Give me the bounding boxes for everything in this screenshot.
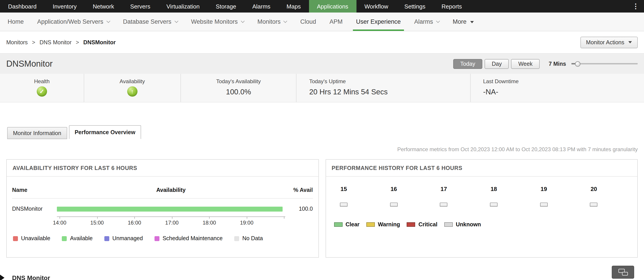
kebab-menu-icon[interactable]: ⋮ [630,0,641,12]
content-tabs: Monitor Information Performance Overview [0,125,644,139]
subnav-alarms[interactable]: Alarms [408,12,446,31]
subnav-home[interactable]: Home [1,12,30,31]
chat-icon [618,269,628,276]
breadcrumb-separator: > [32,39,36,45]
legend-swatch [407,222,416,227]
caret-down-icon [470,21,474,23]
feedback-button[interactable] [612,266,634,279]
topnav-alarms[interactable]: Alarms [244,0,278,12]
breadcrumb: Monitors > DNS Monitor > DNSMonitor [6,39,116,45]
legend-unknown: Unknown [444,221,481,228]
chevron-down-icon [241,19,244,23]
availability-table-header: Name Availability % Avail [12,177,313,199]
topnav-inventory[interactable]: Inventory [44,0,85,12]
subnav-more[interactable]: More [446,12,480,31]
page-title: DNSMonitor [6,59,52,69]
legend-swatch [444,222,452,227]
availability-panel-title: AVAILABILITY HISTORY FOR LAST 6 HOURS [7,160,318,177]
topnav-maps[interactable]: Maps [278,0,309,12]
right-triangle-icon[interactable] [0,275,4,280]
stat-todays-availability: Today's Availability 100.0% [180,74,296,102]
performance-hour-box[interactable] [540,203,548,207]
legend-warning: Warning [366,221,400,228]
bottom-section-title[interactable]: DNS Monitor [12,274,50,280]
subnav-website-monitors[interactable]: Website Monitors [184,12,250,31]
slider-handle[interactable] [575,61,580,66]
topnav-virtualization[interactable]: Virtualization [158,0,208,12]
caret-down-icon [628,41,632,43]
topnav-servers[interactable]: Servers [122,0,158,12]
availability-legend: Unavailable Available Unmanaged Schedule… [12,229,313,242]
monitor-actions-button[interactable]: Monitor Actions [580,36,638,48]
chevron-down-icon [106,19,110,23]
app-root: Dashboard Inventory Network Servers Virt… [0,0,644,280]
availability-table-row: DNSMonitor 100.0 [12,199,313,217]
sub-nav: Home Application/Web Servers Database Se… [0,12,644,31]
performance-hour-box[interactable] [440,203,448,207]
availability-axis: 14:00 15:00 16:00 17:00 18:00 19:00 [12,217,313,229]
monitor-name[interactable]: DNSMonitor [12,206,57,212]
breadcrumb-current: DNSMonitor [83,39,116,45]
performance-hour-box[interactable] [590,203,598,207]
topnav-network[interactable]: Network [85,0,122,12]
legend-clear: Clear [334,221,360,228]
granularity-slider[interactable] [572,61,638,67]
legend-swatch [13,236,18,241]
top-nav: Dashboard Inventory Network Servers Virt… [0,0,644,12]
legend-unmanaged: Unmanaged [104,235,143,242]
availability-history-panel: AVAILABILITY HISTORY FOR LAST 6 HOURS Na… [6,159,319,258]
performance-hour-box[interactable] [490,203,498,207]
breadcrumb-separator: > [76,39,79,45]
green-check-orb-icon: ✓ [37,86,47,97]
overview-panels: AVAILABILITY HISTORY FOR LAST 6 HOURS Na… [0,159,644,258]
topnav-applications[interactable]: Applications [309,0,356,12]
stat-todays-uptime: Today's Uptime 20 Hrs 12 Mins 54 Secs [296,74,470,102]
topnav-dashboard[interactable]: Dashboard [0,0,44,12]
subnav-apm[interactable]: APM [323,12,350,31]
breadcrumb-dns-monitor[interactable]: DNS Monitor [40,39,72,45]
tab-performance-overview[interactable]: Performance Overview [69,125,141,139]
title-bar: DNSMonitor Today Day Week 7 Mins [0,53,644,74]
topnav-workflow[interactable]: Workflow [356,0,396,12]
hour-col-16: 16 [384,186,404,207]
legend-no-data: No Data [234,235,263,242]
metrics-note: Performance metrics from Oct 20,2023 12:… [0,146,644,153]
legend-swatch [154,236,160,241]
performance-hour-box[interactable] [340,203,348,207]
legend-available: Available [62,235,93,242]
topnav-settings[interactable]: Settings [396,0,434,12]
monitor-stats-row: Health ✓ Availability ↑ Today's Availabi… [0,74,644,102]
legend-swatch [366,222,375,227]
performance-history-panel: PERFORMANCE HISTORY FOR LAST 6 HOURS 15 … [325,159,638,258]
subnav-monitors[interactable]: Monitors [250,12,294,31]
subnav-application-web-servers[interactable]: Application/Web Servers [30,12,116,31]
breadcrumb-monitors[interactable]: Monitors [6,39,28,45]
tab-monitor-information[interactable]: Monitor Information [7,127,67,139]
chevron-down-icon [284,19,287,23]
legend-swatch [234,236,239,241]
legend-swatch [104,236,109,241]
breadcrumb-row: Monitors > DNS Monitor > DNSMonitor Moni… [0,31,644,53]
granularity-label: 7 Mins [548,61,566,67]
stat-health: Health ✓ [0,74,84,102]
availability-bar[interactable] [57,206,283,211]
chevron-down-icon [174,19,178,23]
hour-col-20: 20 [584,186,604,207]
performance-hour-box[interactable] [390,203,398,207]
slider-track[interactable] [572,63,638,64]
range-day-button[interactable]: Day [484,59,509,69]
topnav-storage[interactable]: Storage [208,0,244,12]
subnav-user-experience[interactable]: User Experience [349,12,408,31]
legend-critical: Critical [407,221,438,228]
subnav-cloud[interactable]: Cloud [294,12,323,31]
hour-col-18: 18 [484,186,504,207]
range-today-button[interactable]: Today [453,59,482,69]
topnav-reports[interactable]: Reports [434,0,470,12]
hour-col-17: 17 [434,186,454,207]
stat-availability: Availability ↑ [84,74,180,102]
green-up-arrow-orb-icon: ↑ [127,86,138,97]
subnav-database-servers[interactable]: Database Servers [116,12,184,31]
bottom-section-header: DNS Monitor [0,274,50,280]
legend-scheduled-maintenance: Scheduled Maintenance [154,235,222,242]
range-week-button[interactable]: Week [511,59,540,69]
